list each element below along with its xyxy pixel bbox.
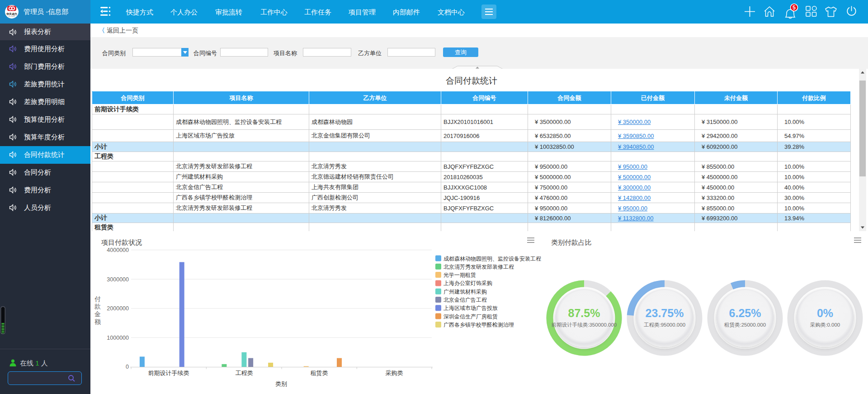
svg-text:额: 额 xyxy=(94,318,101,325)
svg-text:上海办公室灯饰采购: 上海办公室灯饰采购 xyxy=(443,280,492,286)
svg-text:租赁类:25000.000: 租赁类:25000.000 xyxy=(724,322,766,328)
svg-text:4000000: 4000000 xyxy=(107,247,129,253)
svg-text:光学一期租赁: 光学一期租赁 xyxy=(443,272,476,278)
svg-text:3000000: 3000000 xyxy=(107,276,129,283)
svg-text:成都森林动物园照明、监控设备安装工程: 成都森林动物园照明、监控设备安装工程 xyxy=(443,256,541,262)
svg-text:0%: 0% xyxy=(817,307,833,319)
svg-text:1000000: 1000000 xyxy=(107,335,129,341)
svg-text:北京清芳秀发研发部装修工程: 北京清芳秀发研发部装修工程 xyxy=(443,264,514,270)
svg-text:工程类:95000.000: 工程类:95000.000 xyxy=(644,322,685,328)
svg-text:2000000: 2000000 xyxy=(107,305,129,312)
svg-text:87.5%: 87.5% xyxy=(568,307,600,319)
svg-text:北京金信广告工程: 北京金信广告工程 xyxy=(443,297,487,303)
svg-text:深圳金信生产厂房租赁: 深圳金信生产厂房租赁 xyxy=(443,313,498,320)
svg-text:项目付款状况: 项目付款状况 xyxy=(101,238,142,246)
svg-text:采购类:0.000: 采购类:0.000 xyxy=(810,322,840,328)
svg-text:广州建筑材料采购: 广州建筑材料采购 xyxy=(443,289,487,295)
svg-text:类别: 类别 xyxy=(275,380,287,387)
svg-text:金: 金 xyxy=(94,310,101,318)
svg-text:工程类: 工程类 xyxy=(236,370,253,376)
svg-text:款: 款 xyxy=(94,303,101,310)
svg-text:SPOWER: SPOWER xyxy=(8,16,15,18)
svg-text:租赁类: 租赁类 xyxy=(311,370,328,376)
svg-text:前期设计手续类: 前期设计手续类 xyxy=(148,370,189,376)
svg-text:广西各乡镇学校甲醛检测治理: 广西各乡镇学校甲醛检测治理 xyxy=(443,322,514,328)
svg-text:0: 0 xyxy=(126,364,129,370)
svg-text:付: 付 xyxy=(94,295,101,303)
svg-text:类别付款占比: 类别付款占比 xyxy=(551,238,592,246)
svg-text:5: 5 xyxy=(793,5,796,11)
svg-text:采购类: 采购类 xyxy=(386,370,403,376)
svg-text:23.75%: 23.75% xyxy=(646,307,684,319)
svg-text:华天动力: 华天动力 xyxy=(6,12,17,15)
svg-text:上海区域市场广告投放: 上海区域市场广告投放 xyxy=(443,305,498,311)
svg-text:前期设计手续类:350000.000: 前期设计手续类:350000.000 xyxy=(552,322,617,328)
svg-text:6.25%: 6.25% xyxy=(729,307,761,319)
